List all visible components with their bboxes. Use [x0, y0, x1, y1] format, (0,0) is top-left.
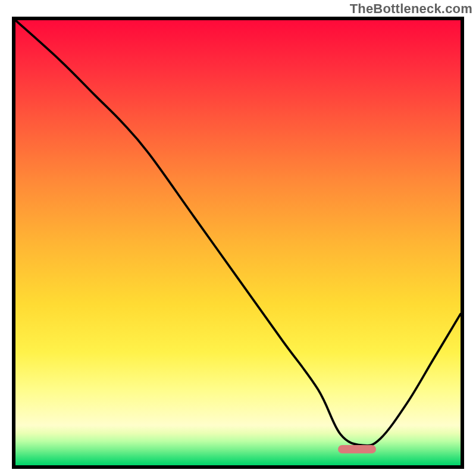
curve-svg	[15, 20, 461, 465]
chart-container: TheBottleneck.com	[0, 0, 476, 476]
watermark-text: TheBottleneck.com	[350, 1, 472, 17]
plot-area	[12, 17, 464, 469]
minimum-marker	[338, 445, 376, 453]
bottleneck-curve-path	[15, 20, 461, 446]
